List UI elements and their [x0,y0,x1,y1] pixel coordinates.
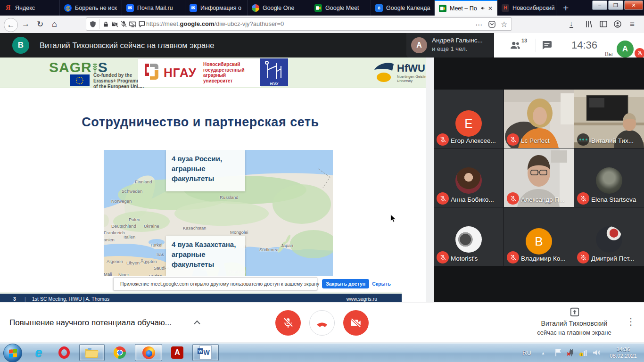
participant-tile-vitaliy[interactable]: Виталий Тих... [574,90,644,148]
participant-name: Виталий Тих... [591,137,634,144]
hide-notice-link[interactable]: Скрыть [372,281,391,287]
show-hidden-icons[interactable]: ▲ [541,351,545,355]
present-screen-icon[interactable] [570,307,580,317]
map-country-label: Deutschland [111,223,136,229]
presenting-name: Виталий Тихоновский [527,320,621,327]
notifications-icon[interactable] [139,21,145,27]
map-country-label: Spanien [104,237,115,242]
window-close-button[interactable]: ✕ [624,0,643,10]
google-calendar-icon: 8 [375,4,383,12]
slide-footer: 3 | 1st SC Meeting, HfWU | A. Thomas www… [0,292,402,302]
taskbar-chrome[interactable] [108,344,131,361]
participant-tile-elena[interactable]: Elena Startseva [574,148,644,207]
topbar-divider [565,39,565,52]
participant-tile-egor[interactable]: E Егор Алексее... [434,90,504,148]
mail-envelope-icon: ✉ [190,4,197,12]
participants-panel: E Егор Алексее... Lc Perfect [434,58,644,302]
map-country-label: Polen [129,217,140,222]
tab-close-icon[interactable]: ✕ [488,5,493,12]
window-minimize-button[interactable]: – [592,0,607,10]
reload-button[interactable]: ↻ [37,19,43,29]
mic-muted-icon [437,133,449,146]
screen-blocked-icon[interactable] [129,21,136,27]
chat-icon[interactable] [541,40,553,51]
you-avatar[interactable]: A [617,41,634,58]
map-country-label: Sudan [149,273,162,276]
new-tab-button[interactable]: + [556,0,575,16]
map-country-label: Niger [118,272,129,276]
language-indicator[interactable]: RU [522,349,531,356]
you-mic-muted-icon [635,48,644,58]
tab-audio-icon[interactable] [480,5,485,12]
power-plug-icon[interactable] [567,348,575,357]
back-button[interactable]: ← [4,18,18,32]
tab-google-one[interactable]: Google One [248,0,310,16]
tab-info[interactable]: ✉ Информация о [185,0,248,16]
tab-yandex[interactable]: Я Яндекс [0,0,60,16]
meet-bottom-bar: Повышение научного потенциала обучаю... … [0,302,644,343]
tab-google-calendar[interactable]: 8 Google Календа [371,0,435,16]
sidebars-icon[interactable] [600,21,607,27]
participant-tile-dmitriy[interactable]: Дмитрий Пет... [574,207,644,266]
participant-name: Elena Startseva [591,196,636,203]
toast-line1: Андрей Галынс... [432,37,483,44]
map-country-label: Norwegen [111,198,132,204]
meeting-title[interactable]: Повышение научного потенциала обучаю... [9,318,172,328]
taskbar-adobe-reader[interactable]: A [166,344,189,361]
taskbar-firefox[interactable] [135,344,162,361]
mic-muted-icon [437,251,449,263]
slide-page-number: 3 [13,296,16,302]
mic-toggle-button[interactable] [275,310,301,336]
participant-tile-lc-perfect[interactable]: Lc Perfect [504,90,574,148]
tab-mail[interactable]: ✉ Почта Mail.ru [122,0,185,16]
chevron-up-icon[interactable] [193,320,201,325]
taskbar-windows-explorer[interactable] [79,344,105,361]
stop-sharing-button[interactable]: Закрыть доступ [322,279,369,288]
avatar-photo [455,167,482,194]
downloads-icon[interactable]: ↓ [570,20,573,28]
forward-button[interactable]: → [22,19,30,29]
more-options-icon[interactable]: ⋮ [626,316,636,327]
camera-blocked-icon[interactable] [111,21,118,27]
taskbar-opera[interactable] [53,344,75,361]
shield-icon[interactable] [90,21,96,28]
speaker-icon[interactable] [592,348,601,357]
home-button[interactable]: ⌂ [52,19,57,29]
shared-screen-slide: SAGRS Co-funded by the Erasmus+ Programm… [0,58,434,302]
camera-toggle-button[interactable] [343,310,369,336]
participant-name: Motorist's [451,255,478,262]
ngau-logo-card: НГАУ Новосибирский государственный аграр… [138,58,261,87]
tab-meet-active[interactable]: Meet – По ✕ [435,0,497,16]
topbar-divider [536,39,536,52]
bookmark-star-icon[interactable]: ☆ [501,20,507,29]
participant-tile-alexandr[interactable]: Александр П... [504,148,574,207]
tab-news[interactable]: @ Боррель не иск [60,0,122,16]
mic-muted-icon [577,251,589,263]
mouse-cursor [390,214,397,223]
account-icon[interactable] [614,20,621,28]
lock-icon[interactable] [103,21,109,27]
participant-tile-anna[interactable]: Анна Бобико... [434,148,504,207]
tab-ngau-site[interactable]: Н Новосибирский [497,0,556,16]
action-center-flag-icon[interactable] [554,348,562,357]
participant-tile-motorists[interactable]: Motorist's [434,207,504,266]
participants-icon[interactable] [509,39,521,51]
tab-google-meet[interactable]: Google Meet [310,0,371,16]
hangup-button[interactable] [309,310,335,336]
page-actions-icon[interactable]: ⋯ [475,21,483,29]
taskbar-word[interactable]: W W [192,344,219,361]
url-text[interactable]: https://meet.google.com/diw-ubcz-vjy?aut… [146,20,284,27]
map-country-label: Japan [281,243,293,248]
ngau-full-name: Новосибирский государственный аграрный у… [203,62,245,83]
mic-blocked-icon[interactable] [121,21,127,27]
library-icon[interactable] [586,21,593,28]
participant-tile-vladimir[interactable]: B Владимир Ко... [504,207,574,266]
menu-hamburger-icon[interactable]: ≡ [630,20,635,29]
taskbar-internet-explorer[interactable]: e [27,344,50,361]
pocket-icon[interactable] [488,21,495,28]
start-button[interactable] [3,344,22,362]
window-restore-button[interactable]: ❐ [608,0,623,10]
taskbar-clock[interactable]: 14:36 08.02.2021 [605,346,641,359]
network-warning-icon[interactable]: ! [579,348,588,357]
participant-name: Дмитрий Пет... [591,255,634,262]
